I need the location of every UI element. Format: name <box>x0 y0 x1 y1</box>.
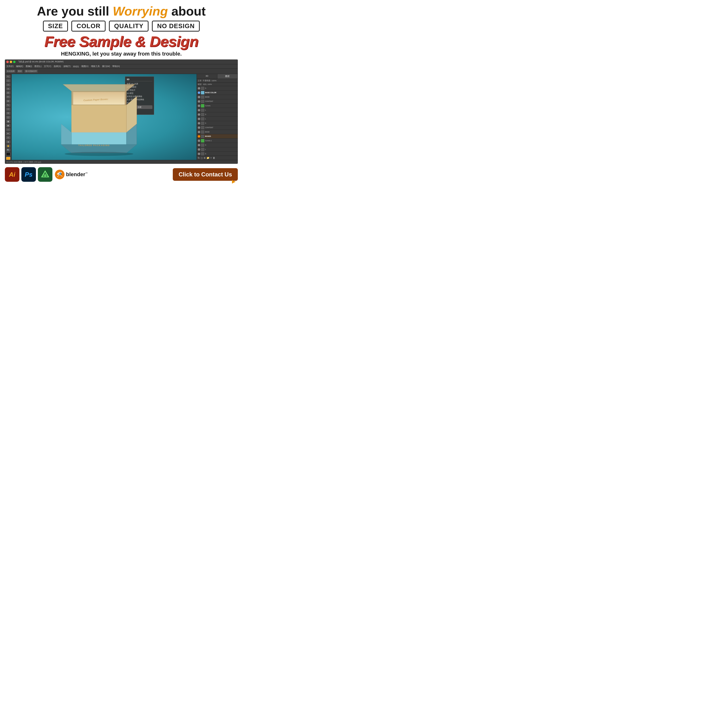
layer-content2[interactable]: CONTENT <box>197 125 238 130</box>
tool-fg-color[interactable] <box>6 152 11 156</box>
menu-filter[interactable]: 滤镜(T) <box>63 65 70 68</box>
layer-s3[interactable]: S <box>197 121 238 125</box>
layer-curves1[interactable]: Curves 1 <box>197 139 238 143</box>
minimize-dot[interactable] <box>10 61 12 63</box>
layer-name: BASE_ <box>205 131 211 133</box>
ps-status-bar: 44.37% 4000 像素 x 3670 像素 (150 ppi) <box>5 160 238 164</box>
ps-panel-tabs: 3D 图层 <box>197 74 238 79</box>
contact-button[interactable]: Click to Contact Us <box>173 168 238 181</box>
add-mask[interactable]: ◻ <box>201 156 203 159</box>
layer-base2[interactable]: BASE_ <box>197 130 238 134</box>
layer-boxes[interactable]: BOXES <box>197 134 238 139</box>
tab-3d[interactable]: 3D <box>197 74 217 79</box>
add-layer[interactable]: + <box>210 156 212 159</box>
tool-move[interactable]: ↖ <box>6 75 11 78</box>
tag-no-design: NO DESIGN <box>152 21 200 32</box>
photoshop-icon: Ps <box>21 167 36 182</box>
delete-layer[interactable]: 🗑 <box>213 156 215 159</box>
software-icons: Ai Ps <box>5 167 87 182</box>
headline-worrying: Worrying <box>113 4 168 18</box>
layer-boxes-s2[interactable]: S <box>197 151 238 156</box>
menu-3d[interactable]: 3D(D) <box>73 65 79 68</box>
maximize-dot[interactable] <box>13 61 15 63</box>
add-group[interactable]: 📁 <box>206 156 210 159</box>
ps-menubar: 文件(F) 编辑(E) 图像(I) 图层(L) 文字(Y) 选择(S) 滤镜(T… <box>5 64 238 69</box>
tool-select-rect[interactable]: □ <box>6 79 11 82</box>
layer-curves[interactable]: Curves <box>197 104 238 108</box>
tool-lasso[interactable]: ∞ <box>6 83 11 86</box>
menu-window[interactable]: 窗口(W) <box>102 65 110 68</box>
layer-name: S <box>205 153 206 154</box>
layer-name: S <box>205 113 206 115</box>
tool-eyedropper[interactable]: ✏ <box>6 95 11 98</box>
tab-layers[interactable]: 图层 <box>217 74 238 79</box>
layer-name: S <box>205 122 206 124</box>
tool-hand[interactable]: ✋ <box>6 144 11 148</box>
tool-eraser[interactable]: ◻ <box>6 116 11 119</box>
layer-base[interactable]: BASE_ <box>197 95 238 99</box>
layer-content[interactable]: CONTENT <box>197 99 238 104</box>
tool-dodge[interactable]: ○ <box>6 128 11 131</box>
tags-row: SIZE COLOR QUALITY NO DESIGN <box>43 21 200 32</box>
menu-file[interactable]: 文件(F) <box>6 65 14 68</box>
menu-image[interactable]: 图像(I) <box>26 65 32 68</box>
add-adjustment[interactable]: ⊕ <box>203 156 205 159</box>
bottom-bar: Ai Ps <box>5 166 238 182</box>
tool-history[interactable]: ⟲ <box>6 112 11 115</box>
menu-view[interactable]: 视图(V) <box>81 65 89 68</box>
layer-thumb <box>201 91 204 95</box>
ps-left-tools: ↖ □ ∞ ✦ ⊡ ✏ ⊕ ✎ ⌖ ⟲ ◻ ▦ ◉ ○ ✒ T ◈ ✋ 🔍 <box>5 74 12 160</box>
tool-clone[interactable]: ⌖ <box>6 108 11 111</box>
layer-base-color[interactable]: BASE COLOR <box>197 90 238 95</box>
tool-text[interactable]: T <box>6 136 11 139</box>
layer-name: Curves <box>205 105 210 107</box>
menu-plugins[interactable]: 增效工具 <box>91 65 100 68</box>
layer-s1[interactable]: S <box>197 86 238 90</box>
ps-right-panel: 3D 图层 正常 不透明度: 100% 锁定: 填充: 100% S BASE … <box>197 74 238 160</box>
tool-brush[interactable]: ✎ <box>6 104 11 107</box>
eye-icon <box>198 100 200 102</box>
lock-label: 锁定: <box>198 83 202 86</box>
tool-blur[interactable]: ◉ <box>6 124 11 127</box>
tool-bg-color[interactable] <box>6 157 11 160</box>
layer-thumb <box>201 135 204 138</box>
layer-s2[interactable]: S <box>197 112 238 117</box>
toolbar-transform[interactable]: 显示变换控件 <box>24 70 38 73</box>
eye-icon <box>198 131 200 133</box>
layer-opacity-label: 不透明度: 100% <box>203 80 216 82</box>
layer-l1[interactable]: L <box>197 108 238 112</box>
affinity-logo-svg <box>41 170 49 179</box>
headline: Are you still Worrying about <box>37 5 205 18</box>
tool-crop[interactable]: ⊡ <box>6 91 11 95</box>
tool-zoom[interactable]: 🔍 <box>6 148 11 151</box>
toolbar-select[interactable]: 自动选择 <box>6 70 15 73</box>
add-layer-style[interactable]: fx <box>198 156 200 159</box>
tool-pen[interactable]: ✒ <box>6 132 11 135</box>
tool-magic-wand[interactable]: ✦ <box>6 87 11 90</box>
eye-icon <box>198 153 200 155</box>
layer-name: L <box>205 109 206 111</box>
menu-text[interactable]: 文字(Y) <box>44 65 51 68</box>
menu-help[interactable]: 帮助(H) <box>112 65 120 68</box>
close-dot[interactable] <box>6 61 9 63</box>
eye-icon <box>198 127 200 129</box>
menu-select[interactable]: 选择(S) <box>54 65 61 68</box>
eye-icon <box>198 105 200 107</box>
ps-layers-list: S BASE COLOR BASE_ CONTENT Curves L S L … <box>197 86 238 156</box>
layer-l2[interactable]: L <box>197 117 238 121</box>
blender-text-label: blender™ <box>66 171 87 177</box>
eye-icon <box>198 109 200 112</box>
tool-gradient[interactable]: ▦ <box>6 120 11 123</box>
tool-shape[interactable]: ◈ <box>6 140 11 144</box>
eye-icon <box>198 148 200 151</box>
svg-point-13 <box>64 152 133 156</box>
tool-heal[interactable]: ⊕ <box>6 99 11 102</box>
layer-mode-label: 正常 <box>198 80 202 82</box>
menu-layer[interactable]: 图层(L) <box>34 65 41 68</box>
layer-boxes-l[interactable]: L <box>197 147 238 151</box>
eye-icon <box>198 92 200 94</box>
menu-edit[interactable]: 编辑(E) <box>16 65 23 68</box>
layer-boxes-s[interactable]: S <box>197 143 238 147</box>
layer-name: L <box>205 118 206 119</box>
toolbar-group[interactable]: 图层 <box>17 70 23 73</box>
